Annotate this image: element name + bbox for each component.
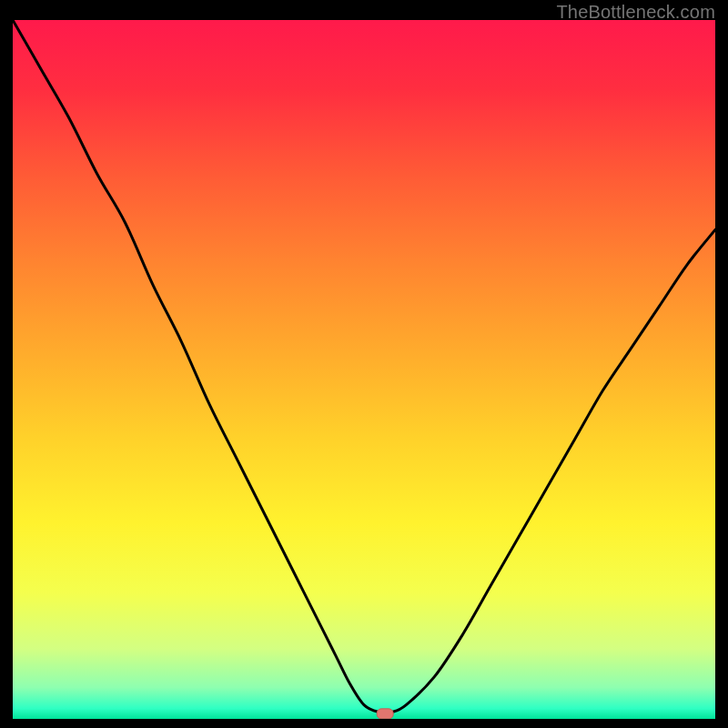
chart-frame [13,20,715,719]
bottleneck-chart [13,20,715,719]
optimal-point-marker [377,709,393,719]
watermark-text: TheBottleneck.com [556,2,715,23]
gradient-background [13,20,715,719]
